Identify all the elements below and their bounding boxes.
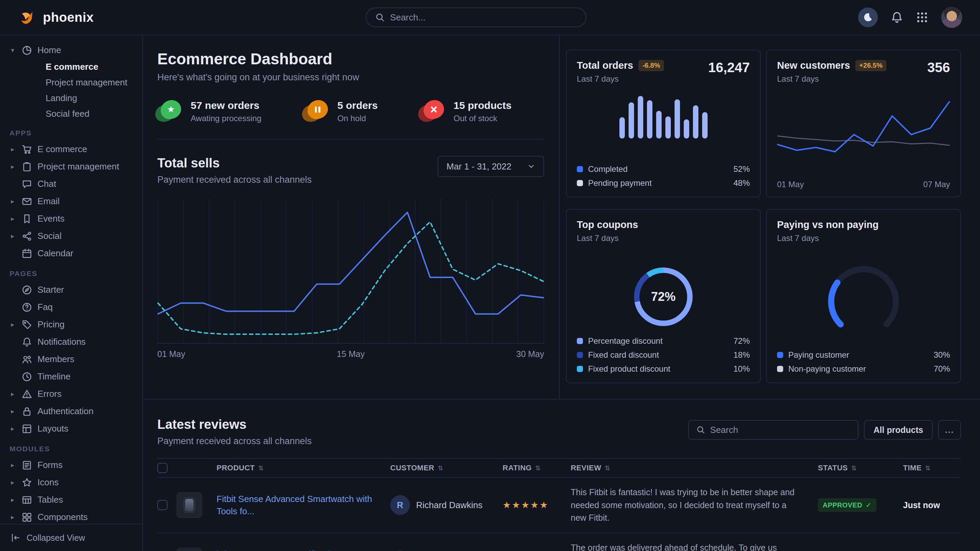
sidebar-item-calendar[interactable]: Calendar	[0, 245, 142, 262]
column-header-status[interactable]: STATUS⇅	[818, 464, 903, 472]
legend-swatch	[577, 366, 583, 372]
sidebar-item-email[interactable]: ▸Email	[0, 193, 142, 210]
product-link[interactable]: Fitbit Sense Advanced Smartwatch with To…	[216, 493, 390, 518]
sidebar-item-label: Email	[37, 196, 60, 206]
sidebar-item-chat[interactable]: Chat	[0, 175, 142, 193]
sidebar-item-icons[interactable]: ▸Icons	[0, 474, 142, 491]
column-header-product[interactable]: PRODUCT⇅	[216, 464, 390, 472]
share-icon	[22, 231, 32, 241]
product-thumbnail[interactable]	[177, 492, 202, 518]
sidebar-item-notifications[interactable]: Notifications	[0, 333, 142, 351]
all-products-button[interactable]: All products	[864, 420, 933, 440]
global-search[interactable]	[366, 8, 586, 27]
top-coupons-legend: Percentage discount72%Fixed card discoun…	[577, 336, 750, 374]
sidebar-item-events[interactable]: ▸Events	[0, 210, 142, 227]
coupons-legend-item: Percentage discount72%	[577, 336, 750, 346]
sidebar-item-pricing[interactable]: ▸Pricing	[0, 316, 142, 333]
theme-toggle-button[interactable]	[858, 8, 878, 27]
sidebar-item-social[interactable]: ▸Social	[0, 227, 142, 245]
sidebar-item-home[interactable]: ▾Home	[0, 41, 142, 59]
pie-icon	[22, 45, 32, 56]
legend-value: 72%	[733, 336, 750, 346]
paying-legend-item: Non-paying customer70%	[777, 364, 950, 374]
total-orders-value: 16,247	[708, 60, 750, 75]
sidebar-item-members[interactable]: Members	[0, 351, 142, 368]
user-avatar[interactable]	[941, 7, 962, 28]
legend-swatch	[777, 366, 783, 372]
card-title: Top coupons	[577, 219, 638, 230]
page-title: Ecommerce Dashboard	[158, 50, 544, 68]
mail-icon	[22, 196, 32, 206]
brand[interactable]: phoenix	[18, 8, 94, 27]
global-search-input[interactable]	[390, 12, 577, 23]
date-range-select[interactable]: Mar 1 - 31, 2022	[438, 156, 544, 177]
notifications-bell-icon[interactable]	[891, 11, 903, 24]
topbar: phoenix	[0, 0, 980, 35]
sidebar-item-forms[interactable]: ▸Forms	[0, 456, 142, 474]
legend-swatch	[577, 338, 583, 344]
legend-swatch	[777, 352, 783, 358]
lock-icon	[22, 407, 32, 416]
sidebar-item-errors[interactable]: ▸Errors	[0, 385, 142, 403]
select-all-checkbox[interactable]	[158, 463, 167, 473]
stats-row: ★57 new ordersAwating processing5 orders…	[158, 100, 544, 140]
card-period: Last 7 days	[777, 74, 886, 84]
column-header-review[interactable]: REVIEW⇅	[571, 464, 818, 472]
total-sells-title: Total sells	[158, 156, 312, 170]
x-tick: 01 May	[158, 349, 185, 359]
column-header-time[interactable]: TIME⇅	[903, 464, 961, 472]
reviews-table: PRODUCT⇅CUSTOMER⇅RATING⇅REVIEW⇅STATUS⇅TI…	[158, 458, 961, 551]
sort-icon: ⇅	[535, 464, 541, 472]
sidebar-item-tables[interactable]: ▸Tables	[0, 491, 142, 508]
sidebar-subitem-project-management[interactable]: Project management	[0, 75, 142, 90]
sidebar-item-e-commerce[interactable]: ▸E commerce	[0, 141, 142, 158]
column-label: RATING	[503, 464, 532, 472]
sidebar-item-label: Layouts	[37, 423, 68, 434]
chevron-right-icon: ▸	[9, 496, 16, 504]
legend-value: 52%	[733, 164, 750, 174]
sidebar-item-label: Project management	[37, 161, 119, 172]
sidebar-subitem-social-feed[interactable]: Social feed	[0, 106, 142, 122]
coupons-legend-item: Fixed product discount10%	[577, 364, 750, 374]
sidebar-item-label: Timeline	[37, 371, 70, 382]
stat-label: Out of stock	[453, 114, 511, 123]
apps-grid-icon[interactable]	[916, 11, 928, 24]
more-options-button[interactable]: ...	[938, 420, 961, 440]
sidebar-item-layouts[interactable]: ▸Layouts	[0, 420, 142, 437]
sidebar-item-project-management[interactable]: ▸Project management	[0, 158, 142, 175]
alert-icon	[22, 389, 32, 399]
product-link[interactable]: iPhone 13 pro max-Pacific Blue-128GB sto…	[216, 548, 390, 551]
reviews-search-input[interactable]	[710, 425, 850, 435]
sidebar-item-faq[interactable]: Faq	[0, 299, 142, 316]
product-thumbnail[interactable]	[177, 548, 202, 551]
status-badge: APPROVED✓	[818, 498, 877, 512]
column-header-rating[interactable]: RATING⇅	[503, 464, 571, 472]
sidebar-section-label-modules: MODULES	[10, 445, 142, 453]
sidebar-item-label: Faq	[37, 302, 53, 313]
sidebar-item-label: Errors	[37, 389, 62, 399]
chevron-right-icon: ▸	[9, 478, 16, 486]
sidebar-item-components[interactable]: ▸Components	[0, 508, 142, 526]
collapse-label: Collapsed View	[27, 533, 85, 543]
latest-reviews-section: Latest reviews Payment received across a…	[144, 400, 980, 551]
total-sells-x-axis: 01 May15 May30 May	[158, 349, 544, 359]
sidebar-item-label: Authentication	[37, 406, 94, 416]
collapse-sidebar-button[interactable]: Collapsed View	[0, 524, 142, 551]
sidebar-section-label-pages: PAGES	[10, 270, 142, 278]
sidebar-item-authentication[interactable]: ▸Authentication	[0, 403, 142, 420]
row-checkbox[interactable]	[158, 500, 167, 510]
stat-value: 15 products	[453, 100, 511, 111]
reviews-search[interactable]	[688, 420, 858, 440]
sidebar-item-timeline[interactable]: Timeline	[0, 368, 142, 385]
sidebar: ▾HomeE commerceProject managementLanding…	[0, 35, 143, 551]
sidebar-item-starter[interactable]: Starter	[0, 281, 142, 299]
clipboard-icon	[22, 162, 32, 172]
card-title: Total orders	[577, 60, 633, 71]
sidebar-subitem-e-commerce[interactable]: E commerce	[0, 59, 142, 75]
sidebar-subitem-landing[interactable]: Landing	[0, 90, 142, 106]
legend-value: 48%	[733, 178, 750, 188]
chevron-down-icon: ▾	[9, 46, 16, 54]
bell-icon	[22, 337, 32, 347]
column-header-customer[interactable]: CUSTOMER⇅	[390, 464, 503, 472]
chevron-right-icon: ▸	[9, 197, 16, 205]
